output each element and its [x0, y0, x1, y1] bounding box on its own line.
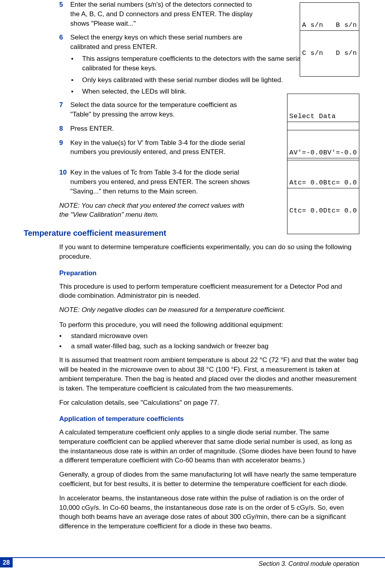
step-text: Enter the serial numbers (s/n's) of the … [70, 0, 260, 28]
step-6: 6 Select the energy keys on which these … [59, 33, 359, 52]
paragraph: To perform this procedure, you will need… [59, 320, 359, 330]
note-text: NOTE: Only negative diodes can be measur… [59, 305, 359, 315]
step-10: 10 Key in the values of Tc from Table 3-… [59, 168, 359, 196]
subsection-heading: Preparation [59, 269, 359, 278]
bullet-icon: • [59, 342, 71, 351]
sub-bullet: • Only keys calibrated with these serial… [71, 75, 359, 85]
bullet-icon: • [71, 87, 82, 96]
subsection-heading: Application of temperature coefficients [59, 414, 359, 424]
bullet-icon: • [59, 331, 71, 341]
page-number: 28 [0, 558, 13, 567]
step-5: 5 Enter the serial numbers (s/n's) of th… [59, 0, 359, 28]
step-text: Press ENTER. [70, 124, 260, 133]
note-text: NOTE: You can check that you entered the… [59, 201, 253, 220]
bullet-icon: • [71, 54, 82, 73]
paragraph: A calculated temperature coefficient onl… [59, 428, 359, 465]
paragraph: It is assumed that treatment room ambien… [59, 355, 359, 393]
step-text: Key in the value(s) for V' from Table 3-… [70, 138, 260, 157]
paragraph: In accelerator beams, the instantaneous … [59, 494, 359, 531]
bullet-text: When selected, the LEDs will blink. [82, 87, 187, 96]
step-8: 8 Press ENTER. [59, 124, 359, 133]
footer-section-label: Section 3. Control module operation [259, 560, 359, 568]
paragraph: Generally, a group of diodes from the sa… [59, 470, 359, 489]
bullet-text: a small water-filled bag, such as a lock… [71, 342, 269, 351]
step-text: Select the data source for the temperatu… [70, 100, 260, 119]
lcd-line: Ctc= 0.0Dtc= 0.0 [287, 206, 359, 216]
bullet-text: Only keys calibrated with these serial n… [82, 75, 283, 85]
paragraph: If you want to determine temperature coe… [59, 242, 359, 261]
step-number: 9 [59, 138, 70, 157]
step-number: 8 [59, 124, 70, 133]
page-footer: 28 Section 3. Control module operation [0, 557, 385, 568]
step-number: 6 [59, 33, 70, 52]
paragraph: This procedure is used to perform temper… [59, 282, 359, 301]
bullet-item: • a small water-filled bag, such as a lo… [59, 342, 359, 351]
bullet-text: standard microwave oven [71, 331, 148, 341]
bullet-item: • standard microwave oven [59, 331, 359, 341]
step-7: 7 Select the data source for the tempera… [59, 100, 359, 119]
bullet-icon: • [71, 75, 82, 85]
paragraph: For calculation details, see "Calculatio… [59, 398, 359, 408]
step-text: Select the energy keys on which these se… [70, 33, 260, 52]
step-9: 9 Key in the value(s) for V' from Table … [59, 138, 359, 157]
step-number: 10 [59, 168, 70, 196]
step-number: 5 [59, 0, 70, 28]
step-number: 7 [59, 100, 70, 119]
step-text: Key in the values of Tc from Table 3-4 f… [70, 168, 260, 196]
